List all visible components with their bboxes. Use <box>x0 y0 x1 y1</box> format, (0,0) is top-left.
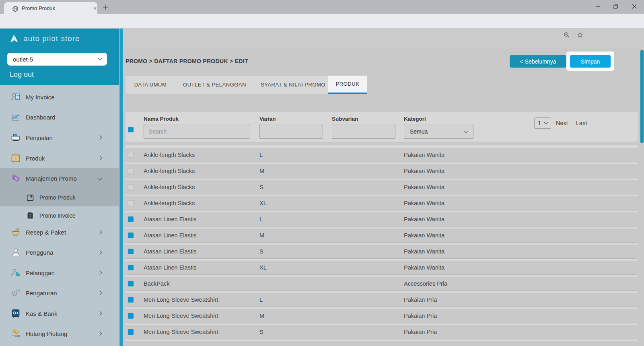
sidebar-item-pelanggan[interactable]: Pelanggan <box>0 263 119 283</box>
previous-button[interactable]: < Sebelumnya <box>510 55 566 68</box>
cell-varian: S <box>259 180 263 194</box>
tab-produk[interactable]: PRODUK <box>328 76 367 94</box>
column-header-subvarian: Subvarian <box>332 116 358 122</box>
row-checkbox[interactable] <box>128 329 134 335</box>
cell-varian: S <box>259 245 263 258</box>
browser-toolbar: development.autopilotstore.co.id/promo_p… <box>0 14 644 28</box>
cash-register-icon <box>10 132 21 143</box>
cell-kategori: Pakaian Wanita <box>404 229 444 242</box>
cell-kategori: Pakaian Pria <box>404 325 437 339</box>
table-row: Men Long-Sleeve SweatshirtSPakaian Pria <box>126 325 638 339</box>
table-row: Atasan Linen ElastisLPakaian Wanita <box>126 212 638 226</box>
sidebar-item-dashboard[interactable]: Dashboard <box>0 107 119 127</box>
sidebar-item-penjualan[interactable]: Penjualan <box>0 128 119 148</box>
subvarian-filter-input[interactable] <box>332 124 395 139</box>
search-input[interactable] <box>144 124 250 139</box>
minimize-icon[interactable] <box>592 2 604 11</box>
row-checkbox[interactable] <box>128 313 134 319</box>
sidebar-item-resep-paket[interactable]: Resep & Paket <box>0 222 119 242</box>
table-row-partial <box>126 341 638 346</box>
cell-nama-produk: Men Long-Sleeve Sweatshirt <box>144 325 218 339</box>
table-filter-bar: Nama Produk Varian Subvarian Kategori Se… <box>126 112 638 142</box>
sidebar-item-my-invoice[interactable]: My Invoice <box>0 87 119 107</box>
sidebar-item-label: Pelanggan <box>26 270 55 276</box>
column-header-nama-produk: Nama Produk <box>144 116 179 122</box>
tab-data-umum[interactable]: DATA UMUM <box>126 76 175 94</box>
pagination-next[interactable]: Next <box>556 117 568 129</box>
new-tab-icon[interactable] <box>102 4 109 10</box>
chevron-down-icon <box>97 176 102 180</box>
row-checkbox[interactable] <box>128 297 134 303</box>
browser-tabstrip: Promo Produk × <box>0 0 644 14</box>
outlet-select-value: outlet-5 <box>13 56 33 63</box>
cell-varian: XL <box>259 261 267 274</box>
bookmark-star-icon[interactable] <box>576 31 584 39</box>
save-button-highlight: Simpan <box>566 51 614 71</box>
pagination-last[interactable]: Last <box>576 117 587 129</box>
safe-icon <box>10 308 21 319</box>
cell-kategori: Pakaian Pria <box>404 309 437 323</box>
user-icon <box>10 247 21 257</box>
sidebar-item-pengguna[interactable]: Pengguna <box>0 242 119 262</box>
sidebar-item-label: Produk <box>26 155 45 162</box>
row-checkbox[interactable] <box>128 281 134 286</box>
table-row: BackPackAccessories Pria <box>126 277 638 290</box>
cell-varian: L <box>259 148 263 162</box>
browser-tab[interactable]: Promo Produk × <box>4 2 97 14</box>
row-checkbox[interactable] <box>128 168 134 174</box>
row-checkbox[interactable] <box>128 249 134 254</box>
restore-icon[interactable] <box>610 2 622 11</box>
row-checkbox[interactable] <box>128 184 134 190</box>
sidebar-scrollbar[interactable] <box>119 29 123 346</box>
sidebar-item-manajemen-promo[interactable]: %Manajemen Promo <box>0 168 119 188</box>
table-row: Ankle-length SlacksXLPakaian Wanita <box>126 196 638 210</box>
dashboard-icon <box>10 112 21 122</box>
page-tabbar: DATA UMUM OUTLET & PELANGGAN SYARAT & NI… <box>126 76 367 94</box>
page-zoom-icon[interactable] <box>563 31 570 39</box>
row-checkbox[interactable] <box>128 152 134 158</box>
cell-nama-produk: Ankle-length Slacks <box>144 196 195 210</box>
row-checkbox[interactable] <box>128 200 134 206</box>
customer-icon <box>10 268 21 278</box>
sidebar-item-produk[interactable]: Produk <box>0 148 119 168</box>
sidebar-item-pengaturan[interactable]: Pengaturan <box>0 283 119 303</box>
row-checkbox[interactable] <box>128 233 134 238</box>
cell-varian: M <box>259 309 264 323</box>
sidebar-item-hutang-piutang[interactable]: Hutang Piutang <box>0 323 119 344</box>
tab-close-icon[interactable]: × <box>92 5 98 12</box>
table-row: Atasan Linen ElastisMPakaian Wanita <box>126 229 638 242</box>
select-all-checkbox[interactable] <box>128 127 134 132</box>
content-scrollbar[interactable] <box>640 50 644 143</box>
cell-varian: M <box>259 164 264 178</box>
page-select[interactable]: 1 <box>534 117 551 129</box>
chevron-right-icon <box>97 290 102 295</box>
table-row: Ankle-length SlacksSPakaian Wanita <box>126 180 638 194</box>
outlet-select[interactable]: outlet-5 <box>7 53 107 66</box>
sidebar-item-promo-produk[interactable]: Promo Produk <box>0 188 119 206</box>
chevron-right-icon <box>97 156 102 160</box>
cell-nama-produk: Atasan Linen Elastis <box>144 212 196 226</box>
chevron-right-icon <box>97 270 102 275</box>
table-row: Ankle-length SlacksLPakaian Wanita <box>126 148 638 162</box>
coins-hand-icon <box>10 328 21 339</box>
logout-link[interactable]: Log out <box>10 70 34 79</box>
chevron-right-icon <box>97 230 102 234</box>
mortar-icon <box>10 227 21 237</box>
chevron-right-icon <box>97 135 102 140</box>
save-button[interactable]: Simpan <box>570 55 611 68</box>
cell-kategori: Pakaian Wanita <box>404 245 444 258</box>
kategori-select[interactable]: Semua <box>404 124 473 139</box>
tab-syarat-nilai-promo[interactable]: SYARAT & NILAI PROMO <box>254 76 332 94</box>
sidebar-item-kas-bank[interactable]: Kas & Bank <box>0 303 119 323</box>
row-checkbox[interactable] <box>128 216 134 222</box>
chevron-down-icon <box>464 129 468 133</box>
promo-tag-icon: % <box>10 173 21 183</box>
chevron-down-icon <box>98 57 102 61</box>
close-icon[interactable] <box>628 2 640 11</box>
tab-outlet-pelanggan[interactable]: OUTLET & PELANGGAN <box>175 76 254 94</box>
table-row: Ankle-length SlacksMPakaian Wanita <box>126 164 638 178</box>
sidebar-item-label: Pengaturan <box>26 290 57 297</box>
sidebar-item-label: Kas & Bank <box>26 310 57 317</box>
row-checkbox[interactable] <box>128 265 134 270</box>
varian-filter-input[interactable] <box>259 124 323 139</box>
